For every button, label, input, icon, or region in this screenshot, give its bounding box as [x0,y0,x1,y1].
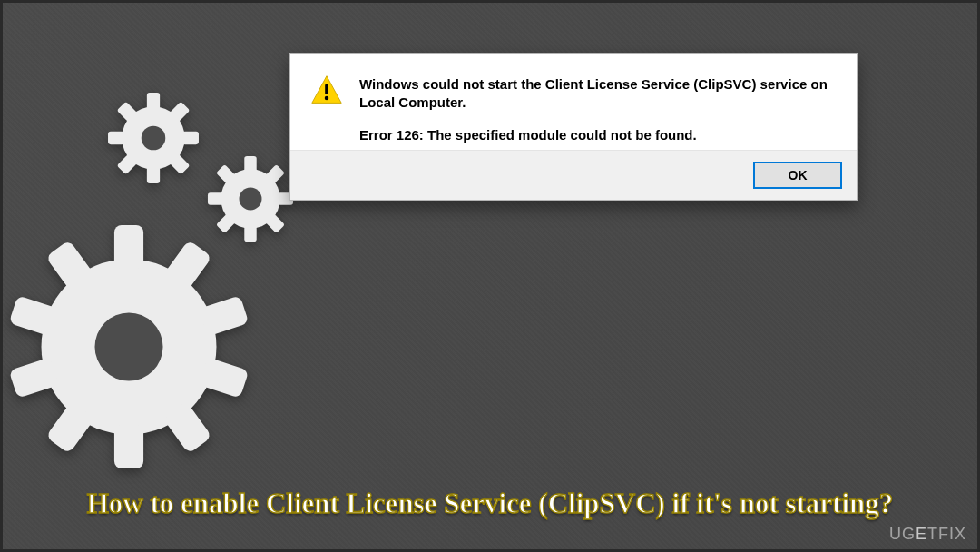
gear-icon-small-1 [107,92,200,184]
watermark-prefix: UG [889,525,916,543]
error-dialog: Windows could not start the Client Licen… [289,53,858,201]
svg-rect-29 [9,295,60,336]
watermark: UGETFIX [889,525,966,544]
article-caption: How to enable Client License Service (Cl… [3,487,977,522]
svg-rect-26 [114,425,143,468]
svg-rect-17 [208,192,223,204]
svg-rect-7 [108,132,124,144]
dialog-message: Windows could not start the Client Licen… [359,74,837,143]
dialog-footer: OK [290,150,857,200]
dialog-message-line1: Windows could not start the Client Licen… [359,75,837,113]
gear-icon-large [7,225,250,468]
ok-button[interactable]: OK [753,162,842,189]
svg-rect-23 [199,295,250,336]
dialog-message-line2: Error 126: The specified module could no… [359,127,837,143]
warning-icon [310,74,343,143]
svg-rect-21 [114,225,143,269]
watermark-suffix: TFIX [927,525,966,543]
svg-rect-3 [182,132,199,144]
svg-rect-28 [9,357,60,398]
svg-rect-33 [325,84,328,94]
watermark-mid: E [916,525,927,543]
svg-point-34 [325,96,329,101]
svg-rect-1 [147,93,160,109]
svg-point-9 [142,126,166,151]
svg-rect-11 [244,156,256,172]
svg-point-19 [240,188,262,211]
caption-text: How to enable Client License Service (Cl… [87,487,894,522]
svg-rect-5 [147,167,160,183]
svg-point-31 [94,312,162,380]
dialog-body: Windows could not start the Client Licen… [290,54,857,150]
svg-rect-24 [199,357,250,398]
